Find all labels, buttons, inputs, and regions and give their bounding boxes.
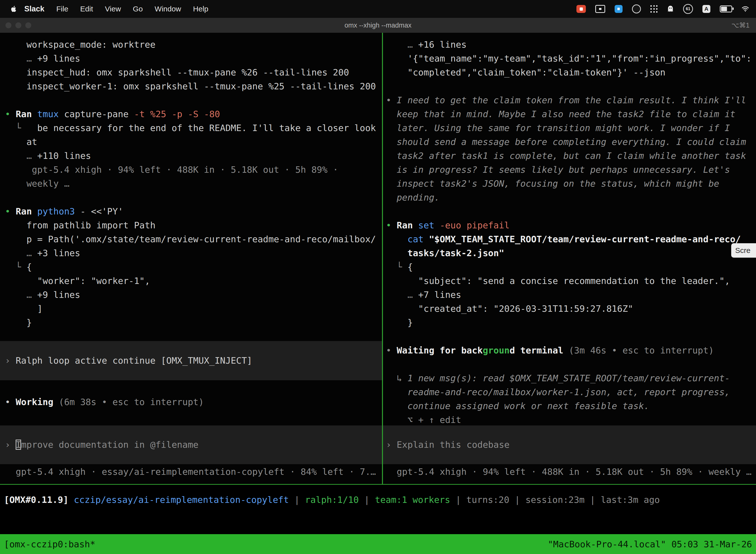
text-segment: 1 new msg(s): read $OMX_TEAM_STATE_ROOT/… <box>407 373 730 383</box>
menu-view[interactable]: View <box>99 5 127 13</box>
terminal-pane-right[interactable]: … +16 lines '{"team_name":"my-team","tas… <box>383 33 756 484</box>
text-segment: (3m 46s • esc to interrupt) <box>569 345 714 355</box>
text-segment: } <box>5 318 32 328</box>
text-segment: [OMX#0.11.9] <box>4 495 74 505</box>
text-segment: is in progress? It seems likely but perh… <box>386 165 730 175</box>
text-segment: ↳ <box>386 373 407 383</box>
text-segment: cczip/essay/ai-reimplementation-copyleft <box>74 495 289 505</box>
blue-app-icon[interactable] <box>615 5 623 13</box>
text-segment: • <box>386 95 397 105</box>
menu-app-name[interactable]: Slack <box>18 4 50 13</box>
battery-percent-badge[interactable]: 61 <box>683 4 693 14</box>
text-segment: › <box>5 355 16 366</box>
prompt-input-left[interactable]: › Improve documentation in @filename <box>0 426 382 464</box>
text-segment: "completed","claim_token":"claim-token"}… <box>386 67 666 77</box>
menu-edit[interactable]: Edit <box>74 5 99 13</box>
terminal-line: └ be necessary for the end of the README… <box>0 121 382 135</box>
text-segment: Ralph loop active continue [OMX_TMUX_INJ… <box>16 355 252 366</box>
menu-go[interactable]: Go <box>127 5 149 13</box>
tmux-session-label: [omx-cczip0:bash* <box>0 539 99 549</box>
text-segment: … <box>26 248 37 258</box>
screen-tooltip: Scre <box>731 243 756 258</box>
terminal-line: "worker": "worker-1", <box>0 274 382 288</box>
text-segment: I <box>16 440 21 450</box>
terminal-line: inspect_worker-1: omx sparkshell --tmux-… <box>0 79 382 93</box>
terminal-line: readme-and-reco/mailbox/worker-1.json, a… <box>383 385 756 399</box>
text-segment: … <box>407 40 418 50</box>
terminal-line: p = Path('.omx/state/team/review-current… <box>0 232 382 246</box>
terminal-line: • Waiting for background terminal (3m 46… <box>383 343 756 357</box>
text-segment: +7 lines <box>418 290 461 300</box>
terminal-line: should send a message before completing … <box>383 135 756 149</box>
text-segment: Explain this codebase <box>397 440 509 450</box>
text-segment: workspace_mode: worktree <box>5 40 155 50</box>
terminal-pane-left[interactable]: workspace_mode: worktree … +9 lines insp… <box>0 33 382 484</box>
terminal-line: "completed","claim_token":"claim-token"}… <box>383 65 756 79</box>
window-titlebar[interactable]: omx --xhigh --madmax ⌥⌘1 <box>0 18 756 33</box>
terminal-line: workspace_mode: worktree <box>0 38 382 52</box>
text-segment: keep that in mind. Maybe I also need the… <box>386 109 736 119</box>
text-segment: ⌥ + ↑ edit <box>386 415 461 425</box>
dots-grid-icon[interactable] <box>650 5 658 13</box>
battery-icon[interactable] <box>720 5 732 12</box>
text-segment: should send a message before completing … <box>386 137 746 147</box>
terminal-line: • Ran python3 - <<'PY' <box>0 205 382 218</box>
text-segment: mprove documentation in @filename <box>21 440 198 450</box>
tab-shortcut-hint: ⌥⌘1 <box>732 18 750 33</box>
text-segment: tmux <box>37 109 64 119</box>
menu-bar-status-icons: 61 A <box>576 4 756 14</box>
text-segment: └ <box>5 262 26 272</box>
text-segment: weekly … <box>5 178 69 189</box>
terminal-line <box>0 93 382 107</box>
text-segment: • <box>5 397 16 407</box>
terminal-line: • I need to get the claim token from the… <box>383 93 756 107</box>
inject-banner-text: › Ralph loop active continue [OMX_TMUX_I… <box>0 354 252 368</box>
menu-help[interactable]: Help <box>187 5 214 13</box>
text-segment <box>5 151 26 161</box>
model-status-left: gpt-5.4 xhigh · essay/ai-reimplementatio… <box>0 465 382 479</box>
terminal-line: later. Using the same for transition mig… <box>383 121 756 135</box>
prompt-input-right-text: › Explain this codebase <box>383 438 510 452</box>
text-segment: └ <box>5 123 21 133</box>
terminal-line: } <box>0 316 382 330</box>
text-segment: › <box>386 440 397 450</box>
terminal-line: is in progress? It seems likely but perh… <box>383 163 756 177</box>
input-source-icon[interactable]: A <box>702 5 710 13</box>
text-segment: p = Path('.omx/state/team/review-current… <box>5 234 376 244</box>
terminal-line <box>0 190 382 205</box>
text-segment: "$OMX_TEAM_STATE_ROOT/team/review-curren… <box>429 234 741 244</box>
text-segment: last:3m ago <box>601 495 660 505</box>
text-segment: | <box>359 495 375 505</box>
text-segment: ] <box>5 303 43 314</box>
text-segment: gpt-5.4 xhigh · 94% left · 488K in · 5.1… <box>5 165 338 175</box>
tmux-host-time-label: "MacBook-Pro-44.local" 05:03 31-Mar-26 <box>544 539 756 549</box>
menu-window[interactable]: Window <box>149 5 187 13</box>
ghost-icon[interactable] <box>667 5 674 12</box>
apple-menu-icon[interactable] <box>11 5 17 12</box>
menu-file[interactable]: File <box>50 5 74 13</box>
recording-indicator-icon[interactable] <box>576 5 586 13</box>
terminal-line: └ { <box>383 260 756 274</box>
text-segment: } <box>386 318 413 328</box>
terminal-line: pending. <box>383 190 756 205</box>
text-segment: -euo pipefail <box>440 220 510 230</box>
terminal-line: • Ran tmux capture-pane -t %25 -p -S -80 <box>0 107 382 121</box>
display-grid-icon[interactable] <box>595 5 605 13</box>
terminal-line: weekly … <box>0 177 382 190</box>
dark-ring-icon[interactable] <box>632 4 641 13</box>
text-segment: { <box>26 262 32 272</box>
text-segment: later. Using the same for transition mig… <box>386 123 730 133</box>
text-segment: … <box>407 290 418 300</box>
text-segment: gpt-5.4 xhigh · essay/ai-reimplementatio… <box>5 466 376 477</box>
terminal-line: … +16 lines <box>383 38 756 52</box>
terminal-line: … +9 lines <box>0 52 382 65</box>
text-segment: from pathlib import Path <box>5 220 155 230</box>
wifi-icon[interactable] <box>742 6 749 12</box>
text-segment: Waiting for back <box>397 345 483 355</box>
text-segment: set <box>418 220 440 230</box>
terminal-line: gpt-5.4 xhigh · 94% left · 488K in · 5.1… <box>0 163 382 177</box>
pane-divider-horizontal <box>0 484 756 485</box>
text-segment: (6m 38s • esc to interrupt) <box>59 397 204 407</box>
prompt-input-right[interactable]: › Explain this codebase <box>383 426 756 464</box>
text-segment: • <box>5 206 16 216</box>
